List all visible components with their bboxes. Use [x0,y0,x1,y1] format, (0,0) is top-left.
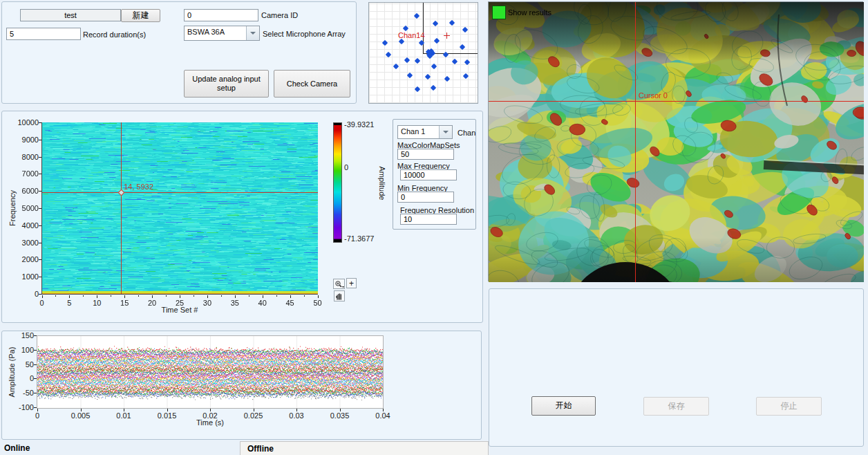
spectrogram-panel: 14, 5932 Frequency Time Set # 1000090008… [1,111,483,323]
axis-tick-label: 0.035 [330,411,350,420]
axis-tick-mark [235,295,236,298]
chan-select[interactable]: Chan 1 [397,125,453,139]
waveform-canvas[interactable] [37,336,383,408]
mic-point [386,52,391,57]
axis-tick-mark [340,409,341,411]
mic-point [451,59,457,64]
axis-tick-mark [39,294,41,295]
pan-hand-icon[interactable] [334,290,345,301]
mic-array-label: Select Microphone Array [263,30,346,38]
axis-tick-mark [34,393,37,393]
colorbar-mid-label: 0 [344,163,348,171]
axis-tick-label: 45 [285,299,294,307]
min-frequency-input[interactable] [397,192,454,203]
axis-tick-mark [290,295,291,298]
axis-tick-mark [167,409,168,411]
mic-array-plot[interactable]: Chan14 [368,2,478,104]
mic-point [415,86,420,92]
mic-array-select[interactable]: BSWA 36A [184,26,260,41]
colorbar-title: Amplitude [378,145,386,221]
axis-tick-label: 20 [148,299,156,307]
colorbar-min-label: -71.3677 [344,234,374,243]
mic-array-value: BSWA 36A [185,26,246,40]
axis-tick-mark [39,191,41,192]
maxcolormapsets-input[interactable] [397,149,454,160]
axis-tick-label: 9000 [22,136,39,144]
axis-tick-label: -50 [23,389,34,397]
axis-tick-mark [39,174,41,174]
mic-point [425,74,431,80]
zoom-tool-icon[interactable] [333,279,345,289]
camera-image[interactable] [489,2,864,282]
mic-point [414,13,419,19]
mic-point [431,85,436,91]
spectrogram-canvas[interactable] [42,122,318,294]
mic-point [433,20,438,26]
axis-tick-mark [97,295,97,298]
axis-tick-mark [39,259,41,260]
axis-tick-label: 35 [231,299,239,307]
offline-status-label: Offline [247,444,274,454]
mic-point [449,20,455,26]
new-session-button[interactable]: 新建 [121,9,160,22]
axis-tick-label: 3000 [22,239,39,247]
axis-tick-label: 1000 [22,272,39,281]
axis-tick-mark [34,378,37,379]
cursor-tool-icon[interactable]: + [346,278,357,288]
axis-tick-mark [263,295,263,298]
show-results-checkbox[interactable] [492,6,506,19]
check-camera-button[interactable]: Check Camera [274,70,350,98]
axis-tick-label: 5 [67,299,71,307]
axis-tick-mark [69,295,70,298]
axis-minor-tick [221,295,222,297]
axis-tick-label: 10 [93,299,101,307]
record-duration-input[interactable] [6,28,81,40]
action-panel: 开始 保存 停止 [489,288,864,447]
update-analog-input-button[interactable]: Update analog input setup [184,70,269,98]
axis-tick-mark [39,243,41,243]
mic-point [419,40,424,46]
amplitude-colorbar[interactable] [333,122,342,243]
chan-select-value: Chan 1 [398,126,439,138]
mic-point [444,76,450,82]
axis-tick-label: -100 [19,403,34,411]
axis-tick-label: 0 [39,299,44,307]
session-name-input[interactable] [20,9,121,21]
frequency-resolution-input[interactable] [400,214,457,225]
axis-tick-label: 0.005 [71,411,91,420]
axis-tick-mark [39,122,41,123]
stop-button[interactable]: 停止 [756,397,822,416]
axis-tick-mark [254,409,254,411]
axis-tick-label: 30 [203,299,211,307]
spectrogram-cursor-vline[interactable] [121,122,122,294]
axis-tick-label: 0.04 [375,411,390,420]
axis-tick-mark [34,350,37,351]
axis-tick-mark [39,277,41,277]
axis-tick-mark [34,364,37,365]
mic-highlight-cross-icon[interactable] [444,32,450,39]
start-button[interactable]: 开始 [531,396,596,416]
spectrogram-cursor-hline[interactable] [42,192,318,193]
online-status-label: Online [4,443,30,453]
mic-point [415,58,420,64]
show-results-label: Show results [508,8,551,17]
config-panel: 新建 Camera ID Record duration(s) BSWA 36A… [1,1,357,104]
axis-tick-label: 15 [120,299,129,307]
axis-tick-mark [152,295,153,298]
axis-tick-mark [383,409,384,411]
axis-tick-label: 50 [26,360,34,369]
camera-cursor-vline[interactable] [635,2,636,282]
camera-id-input[interactable] [184,9,258,21]
chevron-down-icon[interactable] [246,26,259,40]
camera-view[interactable]: Show results Cursor 0 [488,1,863,281]
max-frequency-input[interactable] [400,169,457,180]
axis-tick-label: 0.03 [289,411,303,420]
axis-minor-tick [83,295,84,297]
camera-cursor-hline[interactable] [489,101,864,102]
axis-tick-label: 0 [35,411,39,420]
mic-point [434,37,440,43]
axis-tick-label: 50 [313,299,321,307]
chevron-down-icon[interactable] [439,126,452,138]
save-button[interactable]: 保存 [643,397,709,416]
axis-tick-label: 150 [21,331,34,340]
